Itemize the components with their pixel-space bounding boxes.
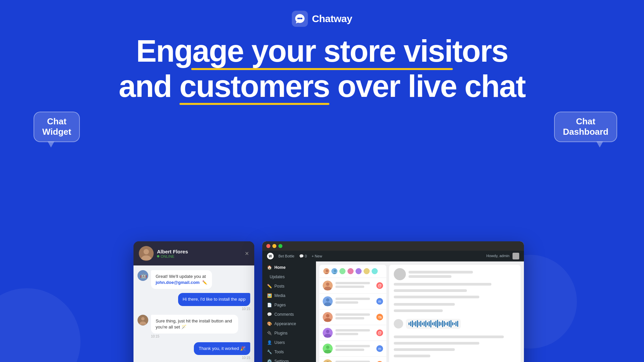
dashboard-mockup: W Bet Bottle 💬 0 + New Howdy, admin 🏠 Ho… (262, 241, 524, 362)
conv-item-2[interactable]: m (319, 293, 386, 309)
conv-line-3b (335, 317, 364, 319)
edit-icon: ✏️ (202, 280, 207, 285)
header-avatar-4 (347, 267, 354, 275)
titlebar-dot-red (266, 244, 270, 248)
callout-dashboard: ChatDashboard (554, 112, 617, 142)
conv-item-5[interactable]: m (319, 341, 386, 356)
rp-line-5 (394, 296, 479, 298)
conv-item-4[interactable]: @ (319, 325, 386, 341)
conv-icon-messenger-2: m (376, 345, 383, 352)
msg-text-1: Great! We'll update you at john.doe@gmai… (151, 270, 212, 289)
rp-line-6 (394, 303, 455, 306)
pages-icon: 📄 (267, 303, 272, 307)
msg-text-3: Sure thing, just hit the install button … (151, 315, 238, 334)
svg-point-14 (326, 269, 328, 272)
sidebar-item-settings[interactable]: ⚙️ Settings (262, 357, 316, 362)
conv-line-5b (335, 349, 364, 351)
wp-site-name: Bet Bottle (278, 254, 294, 258)
callout-area: ChatWidget ChatDashboard (0, 108, 644, 128)
email-link: john.doe@gmail.com (156, 280, 200, 285)
rp-line-9 (394, 342, 479, 345)
right-panel-avatar (394, 268, 406, 280)
wp-new-button[interactable]: + New (312, 254, 322, 258)
sidebar-item-pages[interactable]: 📄 Pages (262, 300, 316, 310)
conv-item-1[interactable]: @ (319, 278, 386, 293)
users-icon: 👤 (267, 340, 272, 345)
sidebar-item-users[interactable]: 👤 Users (262, 338, 316, 347)
svg-point-18 (347, 268, 354, 275)
msg-bubble-3: Sure thing, just hit the install button … (151, 315, 238, 338)
sidebar-item-plugins[interactable]: 🔌 Plugins (262, 328, 316, 338)
svg-point-19 (356, 268, 362, 275)
wp-admin-label: Howdy, admin (486, 254, 509, 258)
svg-point-3 (301, 18, 303, 19)
rp-line-1 (409, 271, 473, 274)
hero-line2-post: over live chat (337, 69, 525, 103)
waveform-row (394, 317, 516, 331)
wp-comments: 💬 0 (299, 254, 307, 258)
widget-messages: 🤖 Great! We'll update you at john.doe@gm… (133, 265, 254, 362)
conv-line-1b (335, 286, 364, 288)
conversation-list: @ m (319, 265, 386, 362)
widget-close-button[interactable]: × (245, 250, 249, 257)
admin-avatar (513, 253, 519, 259)
sidebar-item-updates[interactable]: Updates (262, 272, 316, 282)
right-panel-header (394, 268, 516, 280)
svg-point-2 (299, 18, 301, 19)
plugins-icon: 🔌 (267, 331, 272, 336)
conv-item-3[interactable]: 🛍 (319, 309, 386, 325)
svg-point-31 (326, 346, 329, 349)
wp-logo: W (267, 253, 274, 259)
svg-point-5 (144, 249, 149, 254)
dash-titlebar (262, 241, 524, 251)
msg-time-2: 10:15 (178, 307, 250, 311)
rp-line-7 (394, 309, 443, 312)
conv-line-2b (335, 301, 358, 304)
sidebar-label-plugins: Plugins (274, 331, 287, 336)
msg-avatar-1: 🤖 (138, 270, 148, 281)
sidebar-item-media[interactable]: 🖼️ Media (262, 291, 316, 300)
status-text: ONLINE (161, 254, 174, 258)
tools-icon: 🔧 (267, 350, 272, 354)
conv-icon-messenger-1: m (376, 298, 383, 305)
sidebar-item-posts[interactable]: ✏️ Posts (262, 282, 316, 291)
hero-line2: and customers over live chat (34, 70, 610, 105)
wp-admin-greeting: Howdy, admin (486, 253, 519, 259)
conversations-area: @ m (319, 265, 521, 362)
sidebar-label-users: Users (274, 340, 285, 345)
rp-line-4 (394, 289, 467, 292)
posts-icon: ✏️ (267, 284, 272, 289)
conv-line-6a (335, 361, 370, 362)
header-avatar-3 (339, 267, 346, 275)
sidebar-item-tools[interactable]: 🔧 Tools (262, 347, 316, 357)
conv-icon-shopify-1: 🛍 (376, 314, 383, 320)
conv-lines-3 (335, 313, 374, 321)
conv-avatar-6 (323, 359, 333, 362)
conv-icon-email-2: @ (376, 329, 383, 336)
sidebar-item-appearance[interactable]: 🎨 Appearance (262, 319, 316, 328)
conv-lines-5 (335, 345, 374, 352)
rp-line-11 (394, 355, 430, 357)
svg-point-17 (339, 268, 346, 275)
right-panel-header-lines (409, 271, 516, 278)
conv-item-6[interactable]: 🛍 (319, 356, 386, 362)
sidebar-item-comments[interactable]: 💬 Comments (262, 310, 316, 319)
conv-lines-2 (335, 298, 374, 305)
chatway-logo-icon (292, 11, 308, 27)
message-1: 🤖 Great! We'll update you at john.doe@gm… (138, 270, 250, 289)
titlebar-dot-yellow (272, 244, 276, 248)
conv-avatar-1 (323, 281, 333, 291)
msg-text-4: Thank you, it worked 🎉 (194, 342, 250, 355)
comments-icon: 💬 (267, 312, 272, 317)
message-3: Sure thing, just hit the install button … (138, 315, 250, 338)
waveform-visual (406, 319, 461, 329)
sidebar-item-home[interactable]: 🏠 Home (262, 263, 316, 272)
svg-point-16 (334, 269, 336, 272)
message-2: Hi there, I'd like to install the app 10… (138, 293, 250, 310)
sidebar-label-tools: Tools (274, 350, 284, 354)
header-avatar-2 (331, 267, 338, 275)
wp-admin-bar: W Bet Bottle 💬 0 + New Howdy, admin (262, 251, 524, 261)
conv-lines-6 (335, 361, 374, 362)
header-avatar-6 (363, 267, 370, 275)
callout-widget: ChatWidget (34, 112, 80, 142)
